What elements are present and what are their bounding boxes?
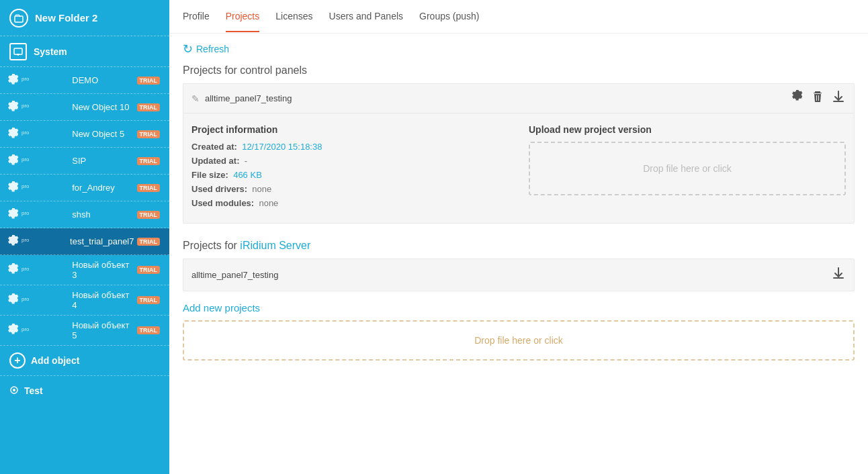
gear-icon	[7, 128, 20, 141]
sidebar-item-shsh[interactable]: pro shsh TRIAL	[0, 201, 169, 228]
plus-icon: +	[9, 352, 26, 369]
server-download-icon[interactable]	[831, 266, 846, 284]
tab-licenses[interactable]: Licenses	[275, 1, 312, 32]
add-object-button[interactable]: + Add object	[0, 346, 169, 376]
project-row-header: ✎ alltime_panel7_testing	[183, 84, 854, 113]
gear-icon	[7, 235, 20, 248]
gear-icon	[7, 101, 20, 114]
gear-icon	[7, 181, 20, 195]
sidebar-item-novy-obekt-4[interactable]: pro Новый объект 4 TRIAL	[0, 285, 169, 316]
trial-badge: TRIAL	[137, 326, 161, 334]
sidebar-item-new-object-5[interactable]: pro New Object 5 TRIAL	[0, 121, 169, 148]
gear-icon	[7, 74, 20, 87]
folder-name: New Folder 2	[35, 12, 97, 23]
refresh-button[interactable]: ↻ Refresh	[183, 42, 229, 56]
tab-profile[interactable]: Profile	[183, 1, 210, 32]
sidebar-item-novy-obekt-3[interactable]: pro Новый объект 3 TRIAL	[0, 255, 169, 285]
settings-icon[interactable]	[791, 90, 804, 107]
delete-icon[interactable]	[811, 90, 824, 107]
sidebar-item-for-andrey[interactable]: pro for_Andrey TRIAL	[0, 175, 169, 201]
tab-users-and-panels[interactable]: Users and Panels	[329, 1, 404, 32]
info-updated: Updated at: -	[191, 156, 509, 166]
refresh-icon: ↻	[183, 42, 193, 56]
svg-rect-0	[15, 16, 23, 22]
section-title-panels: Projects for control panels	[183, 64, 855, 77]
sidebar-item-label: SIP	[72, 156, 134, 166]
gear-icon	[7, 293, 20, 307]
trial-badge: TRIAL	[137, 103, 161, 111]
sidebar-item-label: New Object 5	[72, 129, 134, 139]
tab-groups-push[interactable]: Groups (push)	[419, 1, 479, 32]
info-filesize: File size: 466 KB	[191, 170, 509, 180]
drop-zone-label: Drop file here or click	[643, 163, 732, 174]
sidebar-item-label: for_Andrey	[72, 183, 134, 193]
add-new-projects-link[interactable]: Add new projects	[183, 302, 855, 314]
server-project-name: alltime_panel7_testing	[191, 270, 831, 280]
gear-icon	[7, 324, 20, 337]
trial-badge: TRIAL	[137, 130, 161, 138]
trial-badge: TRIAL	[137, 266, 161, 274]
trial-badge: TRIAL	[137, 157, 161, 165]
download-icon[interactable]	[831, 89, 846, 107]
drop-zone-panels[interactable]: Drop file here or click	[529, 142, 846, 195]
trial-badge: TRIAL	[137, 238, 161, 246]
project-info: Project information Created at: 12/17/20…	[191, 124, 509, 212]
sidebar-item-label: Новый объект 4	[72, 290, 134, 310]
gear-wrap: pro	[7, 74, 69, 87]
trial-badge: TRIAL	[137, 296, 161, 304]
drop-zone-server[interactable]: Drop file here or click	[183, 320, 855, 361]
main-content: Profile Projects Licenses Users and Pane…	[169, 0, 868, 474]
trial-badge: TRIAL	[137, 211, 161, 219]
sidebar-item-demo[interactable]: pro DEMO TRIAL	[0, 67, 169, 94]
info-modules: Used modules: none	[191, 198, 509, 208]
project-name-panels: alltime_panel7_testing	[205, 93, 785, 103]
sidebar-item-label: Новый объект 3	[72, 260, 134, 280]
test-label: Test	[24, 385, 43, 396]
gear-icon	[7, 263, 20, 277]
upload-panel: Upload new project version Drop file her…	[529, 124, 846, 212]
info-created: Created at: 12/17/2020 15:18:38	[191, 142, 509, 152]
sidebar-test-item[interactable]: Test	[0, 376, 169, 406]
sidebar: New Folder 2 System pro DEMO TRIAL pro N…	[0, 0, 169, 474]
sidebar-item-new-object-10[interactable]: pro New Object 10 TRIAL	[0, 94, 169, 121]
project-info-title: Project information	[191, 124, 509, 135]
trial-badge: TRIAL	[137, 77, 161, 85]
test-icon	[9, 385, 19, 397]
server-project-row: alltime_panel7_testing	[183, 258, 855, 291]
info-drivers: Used drivers: none	[191, 184, 509, 194]
sidebar-item-test-trial-panel7[interactable]: pro test_trial_panel7 TRIAL	[0, 228, 169, 255]
section-title-server: Projects for iRidium Server	[183, 240, 855, 252]
folder-icon	[9, 9, 28, 28]
sidebar-item-novy-obekt-5[interactable]: pro Новый объект 5 TRIAL	[0, 316, 169, 346]
row-actions	[791, 89, 846, 107]
tab-projects[interactable]: Projects	[226, 1, 260, 32]
top-navigation: Profile Projects Licenses Users and Pane…	[169, 0, 868, 34]
svg-point-5	[13, 389, 15, 391]
svg-rect-1	[14, 48, 22, 54]
system-icon	[9, 43, 27, 60]
sidebar-header[interactable]: New Folder 2	[0, 0, 169, 36]
toolbar: ↻ Refresh	[169, 34, 868, 64]
section-highlight: control panels	[240, 64, 307, 76]
sidebar-item-label: Новый объект 5	[72, 320, 134, 340]
sidebar-item-label: shsh	[72, 209, 134, 220]
sidebar-item-label: DEMO	[72, 75, 134, 85]
project-detail: Project information Created at: 12/17/20…	[183, 113, 854, 223]
sidebar-system-section: System	[0, 36, 169, 67]
drop-zone-server-label: Drop file here or click	[474, 335, 563, 346]
system-label: System	[34, 46, 67, 57]
project-row-panels: ✎ alltime_panel7_testing Project in	[183, 83, 855, 224]
trial-badge: TRIAL	[137, 184, 161, 192]
sidebar-item-label: test_trial_panel7	[70, 236, 134, 246]
gear-icon	[7, 154, 20, 168]
content-area: Projects for control panels ✎ alltime_pa…	[169, 64, 868, 474]
sidebar-item-sip[interactable]: pro SIP TRIAL	[0, 148, 169, 175]
upload-title: Upload new project version	[529, 124, 846, 135]
refresh-label: Refresh	[196, 44, 229, 54]
pencil-icon: ✎	[191, 93, 200, 104]
gear-icon	[7, 208, 20, 222]
sidebar-item-label: New Object 10	[72, 102, 134, 112]
add-object-label: Add object	[31, 355, 79, 366]
